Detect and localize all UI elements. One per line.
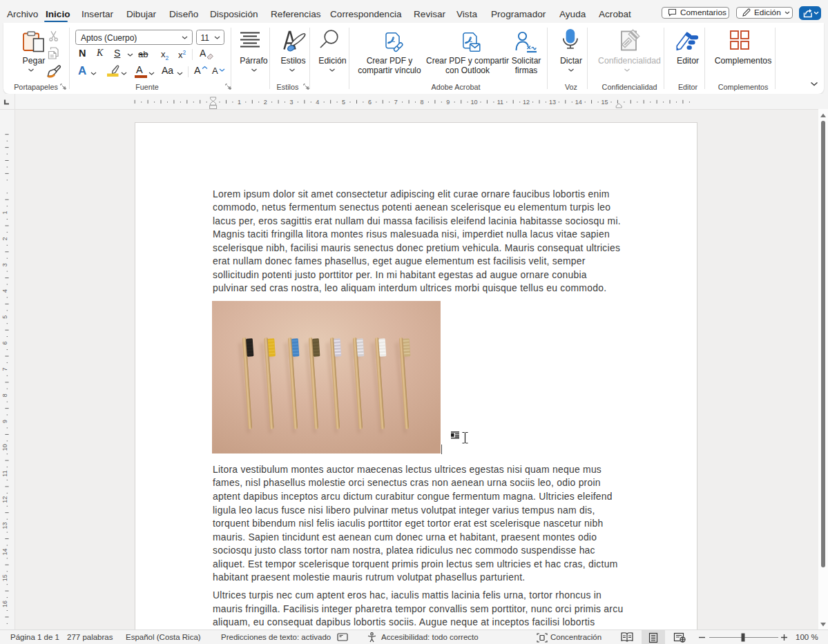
svg-text:7: 7 — [394, 99, 398, 106]
svg-text:14: 14 — [1, 548, 8, 555]
svg-text:5: 5 — [1, 315, 8, 319]
svg-text:9: 9 — [446, 99, 450, 106]
svg-text:2: 2 — [1, 237, 8, 240]
svg-text:2: 2 — [264, 99, 267, 106]
svg-text:8: 8 — [420, 99, 423, 106]
svg-text:6: 6 — [368, 99, 372, 106]
svg-text:3: 3 — [289, 99, 293, 106]
svg-text:14: 14 — [575, 99, 582, 106]
svg-text:11: 11 — [497, 99, 503, 106]
svg-text:10: 10 — [1, 444, 8, 451]
svg-text:11: 11 — [1, 470, 8, 476]
svg-text:13: 13 — [549, 99, 556, 106]
svg-text:8: 8 — [1, 393, 8, 397]
svg-text:4: 4 — [1, 289, 8, 293]
svg-text:16: 16 — [1, 601, 8, 607]
svg-text:7: 7 — [1, 367, 8, 371]
svg-text:10: 10 — [471, 99, 478, 106]
svg-text:9: 9 — [1, 420, 8, 423]
svg-text:13: 13 — [1, 523, 8, 529]
svg-text:6: 6 — [1, 342, 8, 345]
svg-text:1: 1 — [238, 99, 241, 106]
svg-text:4: 4 — [316, 99, 319, 106]
svg-text:1: 1 — [1, 211, 8, 215]
svg-text:12: 12 — [1, 496, 8, 503]
svg-text:15: 15 — [601, 99, 608, 106]
svg-text:12: 12 — [523, 99, 530, 106]
svg-text:15: 15 — [1, 574, 8, 581]
svg-text:5: 5 — [342, 99, 345, 106]
svg-text:3: 3 — [1, 263, 8, 266]
